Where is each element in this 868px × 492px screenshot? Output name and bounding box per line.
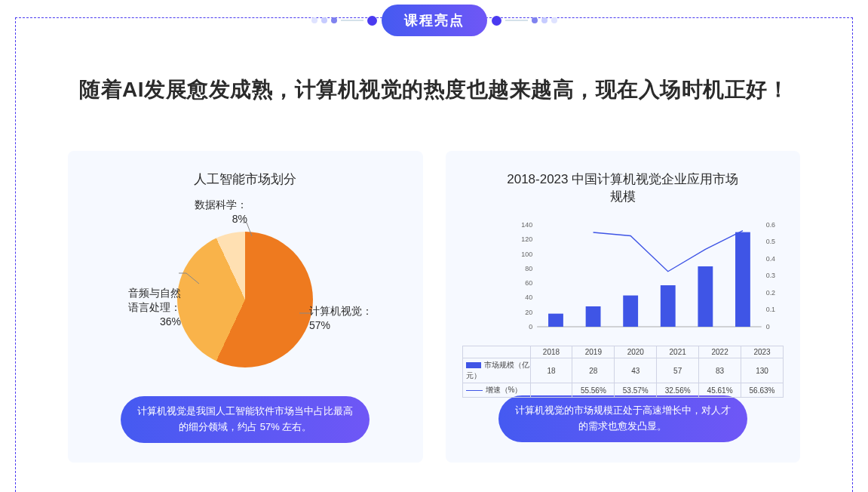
- legend-line-text: 增速（%）: [486, 386, 523, 394]
- pie-label-ds-name: 数据科学：: [172, 198, 247, 212]
- pie-label-cv: 计算机视觉： 57%: [309, 304, 373, 333]
- card-pie-title: 人工智能市场划分: [194, 171, 296, 188]
- pie-label-ds-value: 8%: [172, 212, 247, 226]
- combo-chart: 020406080100120140 00.10.20.30.40.50.6 2…: [462, 217, 784, 385]
- svg-text:120: 120: [521, 235, 532, 243]
- legend-bar-swatch: [466, 362, 481, 368]
- svg-rect-2: [585, 306, 600, 327]
- decor-dots-right: [492, 16, 557, 26]
- svg-rect-4: [660, 285, 675, 327]
- svg-text:0.5: 0.5: [765, 238, 774, 245]
- combo-svg: 020406080100120140 00.10.20.30.40.50.6: [462, 217, 784, 346]
- legend-line-swatch: [466, 390, 483, 391]
- pie-chart: 计算机视觉： 57% 音频与自然 语言处理： 36% 数据科学： 8%: [84, 200, 406, 396]
- pie-label-cv-value: 57%: [309, 318, 373, 333]
- combo-legend-table: 201820192020202120222023 市场规模（亿元） 182843…: [462, 346, 784, 398]
- pie-label-nlp-value: 36%: [106, 315, 181, 329]
- pie-label-nlp: 音频与自然 语言处理： 36%: [106, 286, 181, 329]
- svg-text:0: 0: [529, 323, 532, 331]
- svg-text:20: 20: [525, 309, 532, 316]
- card-pie: 人工智能市场划分 计算机视觉： 57% 音频与自然 语言处理： 36% 数据科学…: [68, 151, 423, 463]
- card-bar-title: 2018-2023 中国计算机视觉企业应用市场规模: [506, 171, 740, 205]
- section-header: 课程亮点: [0, 5, 868, 36]
- card-pie-callout: 计算机视觉是我国人工智能软件市场当中占比最高的细分领域，约占 57% 左右。: [121, 396, 370, 443]
- cards-row: 人工智能市场划分 计算机视觉： 57% 音频与自然 语言处理： 36% 数据科学…: [68, 151, 800, 463]
- svg-text:0.3: 0.3: [765, 272, 774, 279]
- svg-text:100: 100: [521, 251, 532, 258]
- svg-text:0.6: 0.6: [765, 221, 774, 229]
- svg-text:140: 140: [521, 221, 532, 229]
- pie-label-ds: 数据科学： 8%: [172, 198, 247, 226]
- svg-text:40: 40: [525, 294, 532, 301]
- headline: 随着AI发展愈发成熟，计算机视觉的热度也越来越高，现在入场时机正好！: [15, 75, 853, 104]
- svg-text:0.4: 0.4: [765, 255, 774, 263]
- pie-label-cv-name: 计算机视觉：: [309, 304, 373, 318]
- section-title-pill: 课程亮点: [382, 5, 487, 36]
- svg-rect-6: [735, 232, 750, 327]
- svg-text:0: 0: [765, 323, 769, 331]
- svg-text:80: 80: [525, 265, 532, 272]
- card-bar: 2018-2023 中国计算机视觉企业应用市场规模 02040608010012…: [446, 151, 801, 463]
- card-bar-callout: 计算机视觉的市场规模正处于高速增长中，对人才的需求也愈发凸显。: [498, 395, 747, 442]
- svg-rect-3: [623, 296, 638, 327]
- svg-text:0.1: 0.1: [765, 306, 774, 313]
- decor-dots-left: [311, 16, 377, 26]
- pie-label-nlp-name2: 语言处理：: [106, 300, 181, 315]
- svg-rect-5: [698, 266, 713, 327]
- svg-rect-1: [548, 314, 563, 327]
- svg-text:60: 60: [525, 279, 532, 287]
- svg-text:0.2: 0.2: [765, 289, 774, 297]
- pie-label-nlp-name1: 音频与自然: [106, 286, 181, 300]
